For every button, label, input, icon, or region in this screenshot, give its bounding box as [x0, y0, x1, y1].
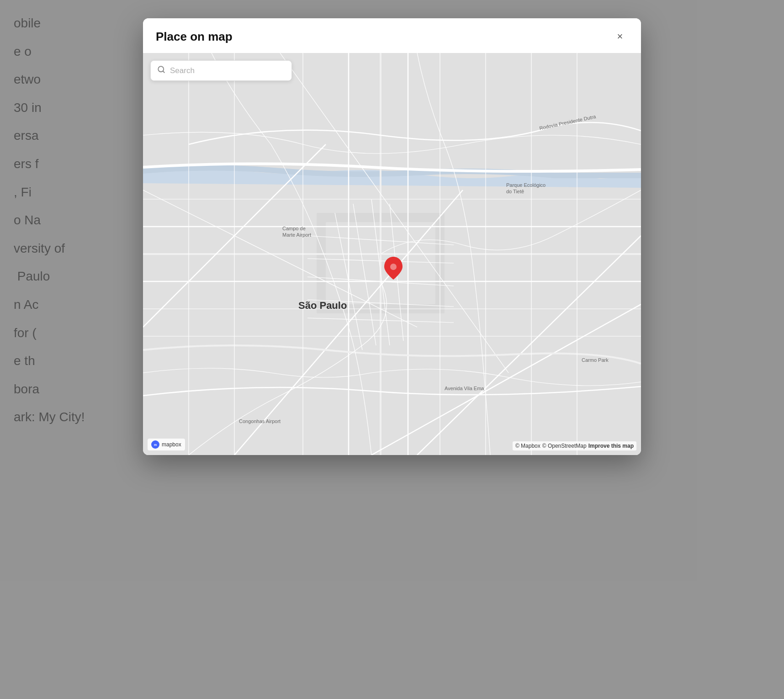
- improve-map-link[interactable]: Improve this map: [588, 443, 634, 449]
- search-bar: [150, 60, 292, 81]
- osm-copyright: © OpenStreetMap: [542, 443, 587, 449]
- svg-line-1: [163, 71, 164, 72]
- modal-title: Place on map: [156, 30, 233, 44]
- mapbox-logo-text: mapbox: [162, 441, 181, 448]
- search-icon: [157, 65, 165, 76]
- mapbox-logo: m mapbox: [148, 439, 185, 450]
- modal-dialog: Place on map ×: [143, 18, 641, 455]
- map-attribution: © Mapbox © OpenStreetMap Improve this ma…: [513, 441, 636, 450]
- mapbox-copyright: © Mapbox: [515, 443, 540, 449]
- svg-text:m: m: [154, 443, 157, 446]
- airport-label-campo: Campo de: [282, 226, 306, 231]
- modal-body: São Paulo Campo de Marte Airport Parque …: [143, 53, 641, 455]
- park-label-ecologico1: Parque Ecológico: [506, 182, 546, 188]
- airport-label-congonhas: Congonhas Airport: [239, 418, 281, 424]
- modal-backdrop: Place on map ×: [0, 0, 784, 699]
- mapbox-logo-icon: m: [151, 440, 159, 449]
- map-container[interactable]: São Paulo Campo de Marte Airport Parque …: [143, 53, 641, 455]
- svg-point-37: [390, 264, 397, 270]
- modal-header: Place on map ×: [143, 18, 641, 53]
- search-input[interactable]: [170, 66, 285, 75]
- close-button[interactable]: ×: [612, 28, 628, 45]
- airport-label-marte: Marte Airport: [282, 232, 311, 238]
- avenue-label: Avenida Vila Ema: [445, 386, 484, 391]
- city-label: São Paulo: [298, 300, 347, 311]
- park-label-carmo: Carmo Park: [582, 357, 609, 363]
- park-label-ecologico2: do Tietê: [506, 189, 524, 194]
